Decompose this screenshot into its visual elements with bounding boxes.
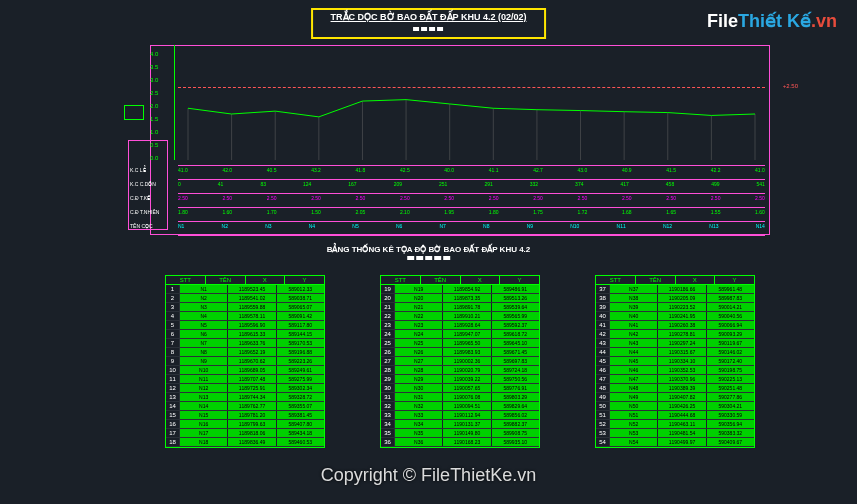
table-row: 49N491190407.82590277.86	[596, 393, 754, 402]
table-row: 27N271190002.36589697.83	[381, 357, 539, 366]
table-row: 15N151189781.20589381.45	[166, 411, 324, 420]
table-row: 29N291190039.22589750.56	[381, 375, 539, 384]
table-row: 26N261189983.93589671.45	[381, 348, 539, 357]
table-row: 28N281190020.79589724.18	[381, 366, 539, 375]
table-row: 10N101189689.05589249.61	[166, 366, 324, 375]
table-row: 22N221189910.21589565.99	[381, 312, 539, 321]
table-row: 6N61189615.33589144.15	[166, 330, 324, 339]
table-row: 51N511190444.68590330.59	[596, 411, 754, 420]
table-row: 13N131189744.34589328.72	[166, 393, 324, 402]
table-row: 5N51189596.90589117.80	[166, 321, 324, 330]
table-row: 40N401190241.95590040.56	[596, 312, 754, 321]
table-row: 14N141189762.77589355.07	[166, 402, 324, 411]
table-row: 7N71189633.76589170.53	[166, 339, 324, 348]
table-row: 37N371190186.66589961.48	[596, 285, 754, 294]
drawing-title-box: TRẮC DỌC BỜ BAO ĐẤT ĐẤP KHU 4.2 (02/02)	[311, 8, 547, 39]
coord-table-title: BẢNG THỐNG KÊ TỌA ĐỘ BỜ BAO ĐẤT ĐẤP KHU …	[327, 245, 531, 261]
table-row: 46N461190352.53590198.75	[596, 366, 754, 375]
table-row: 23N231189928.64589592.37	[381, 321, 539, 330]
table-row: 8N81189652.19589196.88	[166, 348, 324, 357]
table-row: 39N391190223.52590014.21	[596, 303, 754, 312]
coord-table: STTTÊNXY37N371190186.66589961.4838N38119…	[595, 275, 755, 448]
table-row: 45N451190334.10590172.40	[596, 357, 754, 366]
band-label: K.C LẺ	[130, 167, 146, 173]
table-row: 3N31189559.88589065.07	[166, 303, 324, 312]
coord-table: STTTÊNXY19N191189854.92589486.9120N20118…	[380, 275, 540, 448]
table-row: 41N411190260.38590066.94	[596, 321, 754, 330]
table-row: 33N331190112.94589856.02	[381, 411, 539, 420]
table-row: 30N301190057.65589776.91	[381, 384, 539, 393]
longitudinal-profile-chart: 0.00.51.01.52.02.53.03.54.0 +2.50 K.C LẺ…	[150, 45, 770, 235]
table-row: 19N191189854.92589486.91	[381, 285, 539, 294]
table-row: 25N251189965.50589645.10	[381, 339, 539, 348]
band-label: C.Đ T.NHIÊN	[130, 209, 159, 215]
table-row: 20N201189873.35589513.26	[381, 294, 539, 303]
table-row: 24N241189947.07589618.72	[381, 330, 539, 339]
table-row: 34N341190131.37589882.37	[381, 420, 539, 429]
design-elev-label: +2.50	[783, 83, 798, 89]
table-row: 48N481190389.39590251.48	[596, 384, 754, 393]
datum-box	[124, 105, 144, 120]
table-row: 50N501190426.25590304.21	[596, 402, 754, 411]
table-row: 21N211189891.78589539.64	[381, 303, 539, 312]
drawing-title: TRẮC DỌC BỜ BAO ĐẤT ĐẤP KHU 4.2 (02/02)	[331, 12, 527, 22]
table-row: 36N361190168.23589935.10	[381, 438, 539, 447]
band-label: C.Đ T.KẾ	[130, 195, 150, 201]
site-logo: FileThiết Kế.vn	[707, 10, 837, 32]
table-row: 2N21189541.02589038.71	[166, 294, 324, 303]
table-row: 16N161189799.63589407.80	[166, 420, 324, 429]
table-row: 54N541190499.97590409.67	[596, 438, 754, 447]
table-row: 38N381190205.09589987.83	[596, 294, 754, 303]
chart-svg	[178, 45, 765, 160]
table-row: 32N321190094.51589829.64	[381, 402, 539, 411]
table-row: 18N181189836.49589460.53	[166, 438, 324, 447]
table-row: 11N111189707.48589275.99	[166, 375, 324, 384]
table-row: 17N171189818.06589434.18	[166, 429, 324, 438]
table-row: 12N121189725.91589302.34	[166, 384, 324, 393]
table-row: 53N531190481.54590383.32	[596, 429, 754, 438]
coord-table: STTTÊNXY1N11189523.45589012.332N21189541…	[165, 275, 325, 448]
table-row: 43N431190297.24590119.67	[596, 339, 754, 348]
table-row: 42N421190278.81590093.29	[596, 330, 754, 339]
table-row: 47N471190370.96590225.13	[596, 375, 754, 384]
table-row: 31N311190076.08589803.29	[381, 393, 539, 402]
copyright-watermark: Copyright © FileThietKe.vn	[321, 465, 536, 486]
table-row: 4N41189578.11589091.42	[166, 312, 324, 321]
table-row: 1N11189523.45589012.33	[166, 285, 324, 294]
table-row: 9N91189670.62589223.26	[166, 357, 324, 366]
table-row: 52N521190463.11590356.94	[596, 420, 754, 429]
coord-tables: STTTÊNXY1N11189523.45589012.332N21189541…	[165, 275, 755, 448]
table-row: 35N351190149.80589908.75	[381, 429, 539, 438]
band-label: K.C C.DỒN	[130, 181, 156, 187]
table-row: 44N441190315.67590146.02	[596, 348, 754, 357]
band-label: TÊN CỌC	[130, 223, 153, 229]
scale-marks	[331, 24, 527, 33]
